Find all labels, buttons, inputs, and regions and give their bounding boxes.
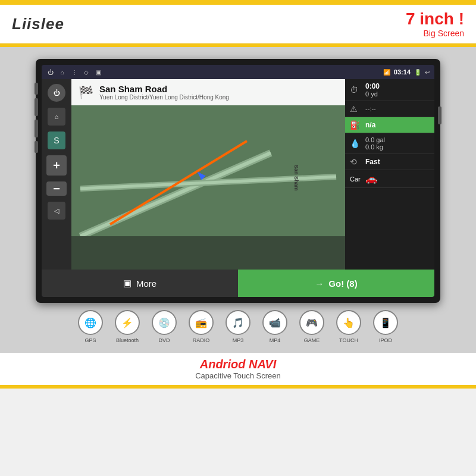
device-frame: ⏻ ⌂ ⋮ ◇ ▣ 📶 03:14 🔋 ↩ ⏻ ⌂ — [36, 59, 440, 303]
speed-type-row: ⟲ Fast — [345, 154, 434, 170]
status-left: ⏻ ⌂ ⋮ ◇ ▣ — [46, 68, 102, 76]
go-button[interactable]: → Go! (8) — [238, 270, 434, 297]
status-bar: ⏻ ⌂ ⋮ ◇ ▣ 📶 03:14 🔋 ↩ — [42, 65, 434, 79]
fuel-gal-row: 💧 0.0 gal 0.0 kg — [345, 133, 434, 154]
map-area[interactable]: 🏁 San Sham Road Yuen Long District/Yuen … — [71, 79, 345, 270]
android-navi-title: Andriod NAVI — [12, 358, 464, 371]
mp4-label: MP4 — [270, 337, 281, 343]
nav-btn-power[interactable]: ⏻ — [48, 84, 65, 102]
game-label: GAME — [304, 337, 320, 343]
screen: ⏻ ⌂ ⋮ ◇ ▣ 📶 03:14 🔋 ↩ ⏻ ⌂ — [42, 65, 434, 297]
touch-icon-item: 👆 TOUCH — [336, 310, 361, 343]
go-arrow-icon: → — [315, 278, 324, 289]
gps-label: GPS — [84, 337, 96, 343]
side-buttons-right — [438, 107, 441, 124]
dvd-icon: 💿 — [152, 310, 177, 335]
bottom-stripe — [0, 385, 476, 389]
fuel-gal-values: 0.0 gal 0.0 kg — [365, 136, 430, 151]
nav-btn-extra[interactable]: ◁ — [48, 202, 65, 220]
more-label: More — [136, 278, 156, 289]
side-btn-right[interactable] — [438, 107, 441, 124]
street-name: San Sham Road — [99, 84, 229, 94]
nav-btn-home[interactable]: ⌂ — [48, 108, 65, 126]
wifi-icon: 📶 — [383, 69, 390, 76]
ipod-icon: 📱 — [373, 310, 398, 335]
touch-label: TOUCH — [339, 337, 358, 343]
capacitive-text: Capacitive Touch Screen — [12, 371, 464, 380]
touch-icon: 👆 — [336, 310, 361, 335]
clock-icon: ⏱ — [350, 85, 362, 95]
more-button[interactable]: ▣ More — [42, 270, 238, 297]
side-buttons-left — [35, 83, 38, 153]
game-icon-item: 🎮 GAME — [299, 310, 324, 343]
main-content: ⏻ ⌂ ⋮ ◇ ▣ 📶 03:14 🔋 ↩ ⏻ ⌂ — [0, 47, 476, 353]
speed-label: Fast — [365, 158, 430, 166]
status-right: 📶 03:14 🔋 ↩ — [383, 68, 430, 76]
route-icon: ⟲ — [350, 157, 362, 167]
nav-sidebar: ⏻ ⌂ S + − ◁ — [42, 79, 71, 270]
mp4-icon-item: 📹 MP4 — [262, 310, 287, 343]
gps-icon: 🌐 — [78, 310, 103, 335]
menu-icon[interactable]: ⋮ — [70, 68, 79, 76]
settings-icon[interactable]: ◇ — [82, 68, 90, 76]
back-icon[interactable]: ↩ — [425, 69, 430, 76]
brand-logo: Liislee — [12, 15, 64, 33]
warning-icon: ⚠ — [350, 104, 362, 114]
status-time: 03:14 — [394, 68, 411, 76]
nav-content: ⏻ ⌂ S + − ◁ 🏁 San Sham Road Yuen Long Di… — [42, 79, 434, 270]
icons-strip: 🌐 GPS ⚡ Bluetooth 💿 DVD 📻 RADIO 🎵 MP3 📹 … — [72, 303, 404, 347]
side-btn-extra[interactable] — [35, 141, 38, 153]
bluetooth-label: Bluetooth — [116, 337, 139, 343]
fuel-status: n/a — [365, 121, 430, 129]
road-banner: 🏁 San Sham Road Yuen Long District/Yuen … — [71, 79, 345, 105]
co2-value: 0.0 kg — [365, 143, 430, 151]
side-btn-vol-down[interactable] — [35, 120, 38, 137]
eta-row: ⚠ --:-- — [345, 101, 434, 117]
home-icon[interactable]: ⌂ — [58, 68, 67, 76]
dvd-icon-item: 💿 DVD — [152, 310, 177, 343]
inch-text: 7 inch ! — [406, 10, 464, 29]
mp3-label: MP3 — [233, 337, 244, 343]
bottom-buttons: ▣ More → Go! (8) — [42, 270, 434, 297]
header-right: 7 inch ! Big Screen — [406, 10, 464, 38]
go-label: Go! (8) — [328, 278, 357, 289]
district-name: Yuen Long District/Yuen Long District/Ho… — [99, 94, 229, 101]
dvd-label: DVD — [158, 337, 170, 343]
nav-zoom-plus-btn[interactable]: + — [46, 155, 67, 176]
fuel-icon: ⛽ — [350, 120, 362, 130]
mp3-icon: 🎵 — [226, 310, 250, 335]
bottom-text: Andriod NAVI Capacitive Touch Screen — [0, 353, 476, 385]
radio-icon-item: 📻 RADIO — [189, 310, 214, 343]
fuel-row: ⛽ n/a — [345, 117, 434, 133]
side-btn-vol-up[interactable] — [35, 98, 38, 116]
mp4-icon: 📹 — [262, 310, 287, 335]
droplet-icon: 💧 — [350, 139, 362, 148]
game-icon: 🎮 — [299, 310, 324, 335]
vehicle-label: Car — [350, 176, 362, 183]
map-svg: San Sham — [71, 105, 345, 236]
fuel-gal-value: 0.0 gal — [365, 136, 430, 143]
svg-text:San Sham: San Sham — [293, 165, 299, 191]
speed-values: Fast — [365, 158, 430, 166]
fuel-values: n/a — [365, 121, 430, 129]
eta-values: --:-- — [365, 105, 430, 112]
mp3-icon-item: 🎵 MP3 — [226, 310, 250, 343]
flag-icon: 🏁 — [79, 85, 93, 99]
bluetooth-icon-item: ⚡ Bluetooth — [115, 310, 140, 343]
eta-value: --:-- — [365, 105, 430, 112]
vehicle-row: Car 🚗 — [345, 170, 434, 188]
car-icon: 🚗 — [365, 173, 377, 184]
time-value: 0:00 — [365, 82, 430, 90]
nav-btn-route[interactable]: S — [48, 131, 65, 149]
bluetooth-icon: ⚡ — [115, 310, 140, 335]
radio-label: RADIO — [193, 337, 210, 343]
gps-icon-item: 🌐 GPS — [78, 310, 103, 343]
big-screen-text: Big Screen — [406, 29, 464, 38]
ipod-icon-item: 📱 IPOD — [373, 310, 398, 343]
right-panel: ⏱ 0:00 0 yd ⚠ --:-- — [345, 79, 434, 270]
battery-icon: 🔋 — [414, 69, 421, 76]
nav-zoom-minus-btn[interactable]: − — [46, 181, 67, 196]
radio-icon: 📻 — [189, 310, 214, 335]
side-btn-power[interactable] — [35, 83, 38, 95]
gallery-icon[interactable]: ▣ — [94, 68, 102, 76]
